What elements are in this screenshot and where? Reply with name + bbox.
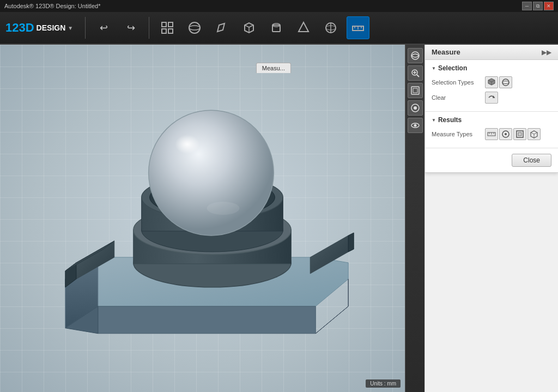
- results-section: ▼ Results Measure Types: [425, 112, 558, 148]
- toolbar-divider-1: [85, 17, 86, 39]
- close-panel-button[interactable]: Close: [512, 154, 551, 167]
- measure-panel: Measure ▶▶ ▼ Selection Selection Types: [425, 45, 558, 173]
- minimize-button[interactable]: ─: [522, 2, 532, 10]
- svg-rect-1: [168, 22, 173, 27]
- measure-types-label: Measure Types: [432, 131, 481, 137]
- panel-expand-icon[interactable]: ▶▶: [542, 49, 551, 56]
- svg-line-6: [245, 25, 249, 27]
- primitives-icon: [187, 21, 202, 35]
- svg-line-7: [249, 25, 253, 27]
- undo-button[interactable]: ↩: [92, 16, 115, 39]
- app-logo: 123D DESIGN ▼: [5, 21, 73, 35]
- clear-buttons: [485, 92, 498, 104]
- measure-panel-title: Measure: [432, 48, 460, 56]
- svg-rect-35: [413, 88, 417, 93]
- redo-button[interactable]: ↪: [119, 16, 142, 39]
- zoom-button[interactable]: [408, 65, 423, 81]
- svg-rect-34: [411, 87, 419, 94]
- svg-point-28: [207, 202, 240, 215]
- snap-icon: [160, 21, 174, 35]
- selection-label: Selection: [438, 64, 467, 72]
- visibility-button[interactable]: [408, 118, 423, 133]
- scene-svg: [0, 45, 424, 392]
- area-measure-button[interactable]: [513, 128, 526, 140]
- units-badge: Units : mm: [366, 379, 401, 388]
- svg-rect-52: [518, 132, 521, 136]
- edge-select-button[interactable]: [499, 76, 512, 88]
- svg-point-29: [411, 52, 419, 59]
- construct-icon: [296, 21, 311, 35]
- fit-view-button[interactable]: [408, 83, 423, 98]
- logo-123d: 123D: [5, 21, 34, 35]
- sketch-button[interactable]: [210, 16, 233, 39]
- selection-types-row: Selection Types: [432, 76, 551, 88]
- title-bar: Autodesk® 123D® Design: Untitled* ─ ⧉ ✕: [0, 0, 558, 12]
- measure-tab[interactable]: Measu...: [256, 63, 291, 73]
- viewport[interactable]: Measu... Units : mm: [0, 45, 424, 392]
- svg-point-5: [189, 26, 200, 30]
- selection-triangle-icon: ▼: [432, 66, 436, 71]
- viewport-right-toolbar: [405, 45, 424, 392]
- restore-button[interactable]: ⧉: [533, 2, 543, 10]
- arc-measure-button[interactable]: [499, 128, 512, 140]
- clear-label: Clear: [432, 94, 481, 101]
- measure-type-buttons: [485, 128, 541, 140]
- measure-button[interactable]: [347, 16, 369, 39]
- modify-icon: [324, 21, 338, 35]
- main-area: Measu... Units : mm: [0, 45, 558, 392]
- svg-line-54: [534, 132, 537, 134]
- measure-icon: [351, 21, 365, 35]
- selection-header: ▼ Selection: [432, 64, 551, 72]
- home-view-button[interactable]: [408, 100, 423, 116]
- cylinder-button[interactable]: [265, 16, 288, 39]
- clear-button[interactable]: [485, 92, 498, 104]
- clear-row: Clear: [432, 92, 551, 104]
- svg-line-53: [531, 132, 534, 134]
- measure-types-row: Measure Types: [432, 128, 551, 140]
- orbit-button[interactable]: [408, 48, 423, 63]
- svg-marker-11: [299, 22, 308, 32]
- box-button[interactable]: [238, 16, 260, 39]
- linear-measure-button[interactable]: [485, 128, 498, 140]
- results-label: Results: [438, 116, 462, 124]
- volume-measure-button[interactable]: [527, 128, 541, 140]
- close-window-button[interactable]: ✕: [544, 2, 554, 10]
- primitives-button[interactable]: [183, 16, 206, 39]
- svg-rect-3: [168, 29, 173, 33]
- snap-button[interactable]: [156, 16, 179, 39]
- results-header: ▼ Results: [432, 116, 551, 124]
- selection-types-label: Selection Types: [432, 79, 481, 86]
- construct-button[interactable]: [292, 16, 315, 39]
- svg-rect-0: [162, 22, 166, 27]
- title-bar-left: Autodesk® 123D® Design: Untitled*: [4, 3, 100, 9]
- svg-line-31: [417, 75, 419, 77]
- title-bar-controls: ─ ⧉ ✕: [522, 2, 554, 10]
- svg-point-50: [505, 133, 507, 135]
- svg-point-44: [502, 81, 509, 84]
- selection-section: ▼ Selection Selection Types: [425, 60, 558, 112]
- svg-point-39: [414, 124, 416, 127]
- cylinder-icon: [269, 21, 283, 35]
- results-triangle-icon: ▼: [432, 118, 436, 123]
- logo-design: DESIGN: [37, 23, 66, 32]
- toolbar-divider-2: [149, 17, 149, 39]
- modify-button[interactable]: [319, 16, 342, 39]
- measure-panel-header: Measure ▶▶: [425, 45, 558, 60]
- right-panel: Measure ▶▶ ▼ Selection Selection Types: [424, 45, 558, 392]
- svg-point-37: [414, 106, 417, 110]
- face-select-button[interactable]: [485, 76, 498, 88]
- svg-rect-2: [162, 29, 166, 33]
- svg-point-43: [502, 79, 509, 86]
- box-icon: [242, 21, 256, 35]
- svg-point-27: [169, 132, 218, 170]
- main-toolbar: 123D DESIGN ▼ ↩ ↪: [0, 12, 558, 45]
- svg-point-4: [189, 22, 200, 33]
- panel-footer: Close: [425, 148, 558, 172]
- selection-types-buttons: [485, 76, 512, 88]
- sketch-icon: [215, 21, 229, 35]
- app-title: Autodesk® 123D® Design: Untitled*: [4, 3, 100, 9]
- svg-point-26: [149, 110, 274, 236]
- logo-dropdown-arrow[interactable]: ▼: [68, 25, 73, 31]
